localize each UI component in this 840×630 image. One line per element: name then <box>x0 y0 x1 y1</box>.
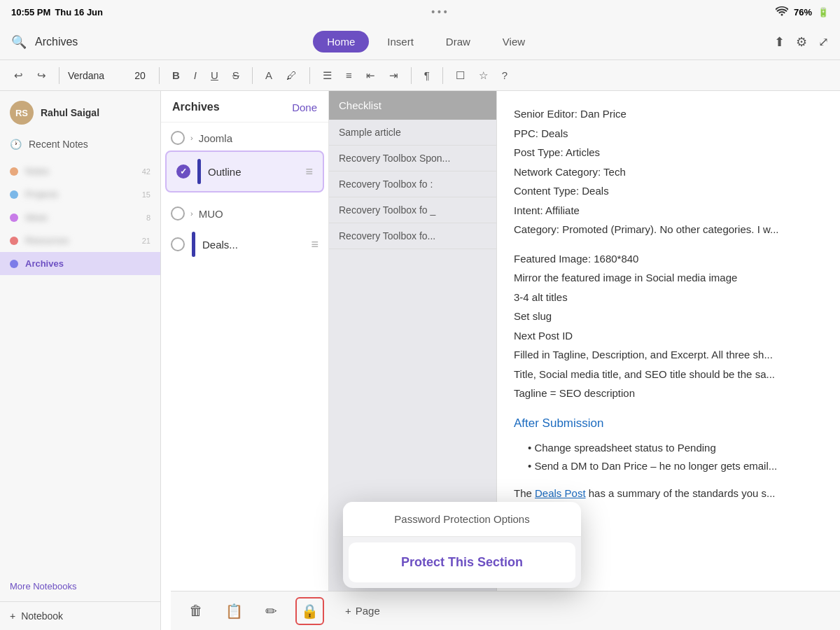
notebook-resources[interactable]: Resources 21 <box>0 229 160 252</box>
notebook-projects[interactable]: Projects 15 <box>0 183 160 206</box>
muo-radio[interactable] <box>171 206 185 220</box>
deals-radio[interactable] <box>171 237 185 251</box>
content-footer: The Deals Post has a summary of the stan… <box>514 484 823 503</box>
notebook-count: 42 <box>142 167 150 176</box>
deals-item[interactable]: Deals... ≡ <box>161 225 328 264</box>
separator-5 <box>411 67 412 84</box>
notebook-label: Notes <box>25 166 135 176</box>
protect-section-button[interactable]: Protect This Section <box>349 542 575 582</box>
deals-bar <box>192 232 195 257</box>
muo-label: MUO <box>199 208 223 220</box>
check-mark: ✓ <box>180 167 187 176</box>
muo-group-header[interactable]: › MUO <box>161 198 328 225</box>
avatar-initials: RS <box>15 108 28 118</box>
content-line-11: Set slug <box>514 307 823 326</box>
archives-search-label: Archives <box>35 36 78 48</box>
joomla-radio[interactable] <box>171 131 185 145</box>
add-page-label: Page <box>356 605 380 617</box>
deals-menu-icon[interactable]: ≡ <box>311 237 318 252</box>
paragraph-format-button[interactable]: ¶ <box>420 66 434 84</box>
notebook-notes[interactable]: Notes 42 <box>0 160 160 183</box>
avatar: RS <box>10 101 34 125</box>
bold-button[interactable]: B <box>168 66 184 84</box>
delete-button[interactable]: 🗑 <box>185 598 207 623</box>
time-display: 10:55 PM <box>11 7 50 18</box>
content-line-8: Featured Image: 1680*840 <box>514 250 823 268</box>
battery-display: 76% <box>794 7 812 18</box>
outline-radio-check: ✓ <box>176 164 190 178</box>
content-line-4: Network Category: Tech <box>514 163 823 181</box>
notebook-dot <box>10 260 18 268</box>
ellipsis-icon: • • • <box>431 6 447 18</box>
help-button[interactable]: ? <box>498 66 512 84</box>
main-layout: RS Rahul Saigal 🕐 Recent Notes Notes 42 … <box>0 91 840 630</box>
recent-notes-label: Recent Notes <box>29 139 88 150</box>
archives-header: Archives Done <box>161 91 328 122</box>
date-display: Thu 16 Jun <box>55 7 103 18</box>
checkbox-button[interactable]: ☐ <box>451 66 469 85</box>
recent-notes-section[interactable]: 🕐 Recent Notes <box>0 132 160 157</box>
underline-button[interactable]: U <box>206 66 223 84</box>
more-notebooks[interactable]: More Notebooks <box>0 574 160 601</box>
battery-icon: 🔋 <box>818 7 829 18</box>
star-button[interactable]: ☆ <box>475 66 492 85</box>
numbered-list-button[interactable]: ≡ <box>342 66 356 84</box>
bullet-list-button[interactable]: ☰ <box>318 66 336 85</box>
notebook-archives[interactable]: Archives <box>0 252 160 275</box>
checklist-header: Checklist <box>329 91 496 120</box>
redo-button[interactable]: ↪ <box>33 66 50 85</box>
user-profile[interactable]: RS Rahul Saigal <box>0 91 160 132</box>
lock-button[interactable]: 🔒 <box>295 597 324 625</box>
notebook-ideas[interactable]: Ideas 8 <box>0 206 160 229</box>
tab-home[interactable]: Home <box>313 31 369 52</box>
chevron-right-icon: › <box>190 134 193 142</box>
tab-view[interactable]: View <box>489 31 539 52</box>
undo-button[interactable]: ↩ <box>10 66 27 85</box>
outline-menu-icon[interactable]: ≡ <box>305 164 313 179</box>
bullet-2: • Send a DM to Dan Price – he no longer … <box>528 457 823 475</box>
sidebar: RS Rahul Saigal 🕐 Recent Notes Notes 42 … <box>0 91 161 630</box>
notebook-label: Projects <box>25 189 135 200</box>
history-button[interactable]: 📋 <box>221 598 247 624</box>
main-toolbar: 🔍 Archives Home Insert Draw View ⬆ ⚙ ⤢ <box>0 24 840 60</box>
note-recovery-3[interactable]: Recovery Toolbox fo _ <box>329 197 496 223</box>
notebook-dot <box>10 167 18 176</box>
add-page-button[interactable]: + Page <box>345 605 380 617</box>
joomla-group-header[interactable]: › Joomla <box>161 122 328 149</box>
font-size[interactable]: 20 <box>130 70 150 81</box>
indent-right-button[interactable]: ⇥ <box>385 66 402 85</box>
share-icon[interactable]: ⬆ <box>774 34 785 50</box>
deals-post-link[interactable]: Deals Post <box>535 487 586 499</box>
bottom-toolbar: 🗑 📋 ✏ 🔒 + Page <box>171 591 840 630</box>
bullet-1: • Change spreadsheet status to Pending <box>528 439 823 457</box>
tab-draw[interactable]: Draw <box>432 31 484 52</box>
separator-6 <box>442 67 443 84</box>
notebooks-list: Notes 42 Projects 15 Ideas 8 Resources 2… <box>0 157 160 574</box>
content-line-10: 3-4 alt titles <box>514 288 823 307</box>
add-notebook-button[interactable]: + Notebook <box>0 601 160 630</box>
italic-button[interactable]: I <box>190 66 201 84</box>
separator-2 <box>159 67 160 84</box>
separator-3 <box>252 67 253 84</box>
expand-icon[interactable]: ⤢ <box>818 34 829 50</box>
content-line-1: Senior Editor: Dan Price <box>514 105 823 123</box>
tab-insert[interactable]: Insert <box>373 31 428 52</box>
settings-icon[interactable]: ⚙ <box>796 34 807 50</box>
search-icon[interactable]: 🔍 <box>11 34 27 50</box>
text-color-button[interactable]: A <box>261 66 276 84</box>
strikethrough-button[interactable]: S <box>228 66 244 84</box>
separator-1 <box>59 67 59 84</box>
outline-label: Outline <box>208 166 298 178</box>
outline-item[interactable]: ✓ Outline ≡ <box>165 150 324 192</box>
footer-text: The <box>514 487 535 499</box>
highlight-button[interactable]: 🖊 <box>282 66 301 84</box>
archives-done-button[interactable]: Done <box>292 102 317 113</box>
note-recovery-4[interactable]: Recovery Toolbox fo... <box>329 223 496 249</box>
font-selector[interactable]: Verdana <box>68 70 124 81</box>
edit-button[interactable]: ✏ <box>261 598 281 624</box>
note-recovery-2[interactable]: Recovery Toolbox fo : <box>329 172 496 197</box>
indent-left-button[interactable]: ⇤ <box>362 66 379 85</box>
note-sample-article[interactable]: Sample article <box>329 120 496 146</box>
note-recovery-1[interactable]: Recovery Toolbox Spon... <box>329 146 496 172</box>
notebook-dot <box>10 237 18 245</box>
